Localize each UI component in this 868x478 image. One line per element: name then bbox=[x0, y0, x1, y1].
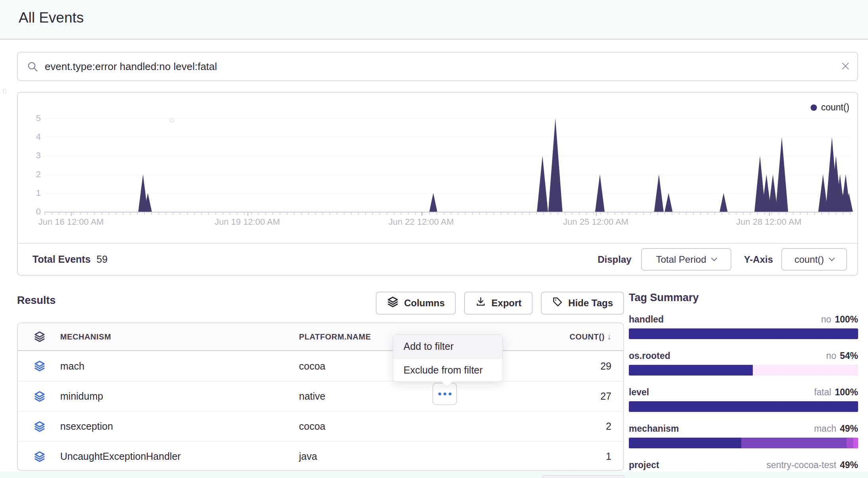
tag-summary-panel: Tag Summary handledno100%os.rootedno54%l… bbox=[629, 292, 858, 478]
x-axis-major-tick bbox=[421, 212, 422, 216]
chart-plot-area[interactable] bbox=[44, 96, 853, 212]
tag-distribution-bar[interactable] bbox=[629, 328, 858, 339]
x-axis-tick-label: Jun 25 12:00 AM bbox=[548, 217, 643, 227]
table-row: nsexceptioncocoa2 bbox=[18, 411, 623, 441]
layers-icon bbox=[387, 296, 399, 310]
tag-summary-heading: Tag Summary bbox=[629, 292, 858, 304]
total-events-label: Total Events bbox=[32, 254, 91, 265]
search-icon bbox=[27, 61, 38, 72]
chevron-down-icon bbox=[711, 255, 717, 262]
table-row: minidumpnative27 bbox=[18, 381, 623, 411]
ellipsis-icon bbox=[444, 393, 446, 395]
tag-distribution-bar[interactable] bbox=[629, 438, 858, 448]
tag-name: os.rooted bbox=[629, 351, 670, 361]
toolbar-button-hide-tags[interactable]: Hide Tags bbox=[541, 292, 624, 315]
tag-bar-segment bbox=[741, 438, 847, 448]
page-title: All Events bbox=[19, 9, 84, 26]
cell-platform[interactable]: cocoa bbox=[299, 421, 540, 432]
ellipsis-icon bbox=[438, 393, 441, 395]
x-axis-tick-label: Jun 22 12:00 AM bbox=[374, 217, 469, 227]
tag-bar-segment bbox=[847, 438, 853, 448]
tag-name: mechanism bbox=[629, 423, 679, 434]
tag-top-value: sentry-cocoa-test bbox=[767, 460, 836, 470]
y-axis-tick-label: 3 bbox=[18, 150, 41, 161]
tag-distribution-bar[interactable] bbox=[629, 401, 858, 412]
tag-top-value: mach bbox=[814, 423, 836, 434]
cell-platform[interactable]: native bbox=[299, 391, 540, 402]
cell-context-menu: Add to filterExclude from filter bbox=[393, 334, 503, 382]
cell-count[interactable]: 29 bbox=[540, 360, 623, 372]
chart-footer: Total Events 59 Display Total Period Y-A… bbox=[18, 243, 857, 275]
count-spike bbox=[654, 175, 664, 212]
y-axis-tick-label: 0 bbox=[18, 207, 41, 217]
layers-icon bbox=[18, 360, 60, 372]
count-spike bbox=[595, 175, 605, 212]
pagination-stub bbox=[542, 475, 624, 478]
y-axis-tick-label: 1 bbox=[18, 188, 41, 198]
tag-name: project bbox=[629, 460, 659, 470]
count-series bbox=[44, 96, 853, 212]
column-header-mechanism[interactable]: MECHANISM bbox=[60, 332, 299, 341]
tag-name: level bbox=[629, 387, 649, 398]
tag-entry-header: mechanismmach49% bbox=[629, 423, 858, 434]
results-toolbar: ColumnsExportHide Tags bbox=[17, 292, 624, 315]
layers-icon bbox=[18, 421, 60, 432]
cell-mechanism[interactable]: nsexception bbox=[60, 421, 299, 432]
column-header-count[interactable]: COUNT()↓ bbox=[540, 332, 623, 341]
yaxis-label: Y-Axis bbox=[744, 254, 773, 265]
search-input[interactable] bbox=[45, 61, 834, 73]
page-header: All Events bbox=[0, 0, 868, 40]
sort-arrow-down-icon: ↓ bbox=[607, 332, 611, 341]
tag-bar-segment bbox=[629, 365, 753, 376]
cell-platform[interactable]: java bbox=[299, 451, 540, 462]
table-row: machcocoa29 bbox=[18, 351, 623, 381]
x-axis-major-tick bbox=[596, 212, 597, 216]
toolbar-button-export[interactable]: Export bbox=[464, 292, 533, 315]
edge-artifact: 0 bbox=[2, 87, 7, 96]
close-icon bbox=[840, 61, 851, 72]
count-spike bbox=[429, 193, 437, 212]
cell-count[interactable]: 1 bbox=[540, 451, 623, 462]
tag-top-value: fatal bbox=[814, 387, 831, 398]
cell-count[interactable]: 27 bbox=[540, 391, 623, 402]
tag-percent: 100% bbox=[835, 387, 858, 398]
toolbar-button-label: Columns bbox=[404, 298, 445, 309]
display-label: Display bbox=[598, 254, 631, 265]
tag-entry-header: projectsentry-cocoa-test49% bbox=[629, 460, 858, 470]
ellipsis-icon bbox=[449, 393, 451, 395]
tag-percent: 54% bbox=[840, 351, 858, 361]
outlier-marker bbox=[170, 118, 174, 122]
table-row: UncaughtExceptionHandlerjava1 bbox=[18, 441, 623, 471]
cell-actions-button[interactable] bbox=[432, 383, 457, 405]
toolbar-button-label: Hide Tags bbox=[568, 298, 613, 309]
layers-icon bbox=[18, 391, 60, 402]
display-select-value: Total Period bbox=[656, 254, 706, 265]
tag-bar-segment bbox=[629, 438, 741, 448]
x-axis-major-tick bbox=[769, 212, 770, 216]
x-axis-major-tick bbox=[71, 212, 72, 216]
tag-entry-level: levelfatal100% bbox=[629, 387, 858, 412]
display-select[interactable]: Total Period bbox=[641, 248, 731, 271]
count-spike bbox=[548, 118, 563, 212]
tag-top-value: no bbox=[821, 314, 832, 325]
x-axis-major-tick bbox=[247, 212, 248, 216]
cell-count[interactable]: 2 bbox=[540, 421, 623, 432]
y-axis-tick-label: 4 bbox=[18, 132, 41, 142]
clear-search-button[interactable] bbox=[834, 53, 857, 80]
results-table: MECHANISMPLATFORM.NAMECOUNT()↓ machcocoa… bbox=[17, 322, 624, 471]
menu-item-add-to-filter[interactable]: Add to filter bbox=[393, 335, 503, 358]
yaxis-select[interactable]: count() bbox=[781, 248, 847, 271]
x-axis-tick-label: Jun 16 12:00 AM bbox=[23, 217, 118, 227]
layers-icon bbox=[18, 331, 60, 343]
cell-mechanism[interactable]: UncaughtExceptionHandler bbox=[60, 451, 299, 462]
cell-mechanism[interactable]: mach bbox=[60, 360, 299, 372]
count-spike bbox=[664, 193, 672, 212]
toolbar-button-columns[interactable]: Columns bbox=[376, 292, 456, 315]
y-axis-tick-label: 5 bbox=[18, 113, 41, 123]
cell-mechanism[interactable]: minidump bbox=[60, 391, 299, 402]
tag-entry-mechanism: mechanismmach49% bbox=[629, 423, 858, 448]
layers-icon bbox=[18, 451, 60, 463]
tag-distribution-bar[interactable] bbox=[629, 365, 858, 376]
table-body: machcocoa29minidumpnative27nsexceptionco… bbox=[18, 351, 623, 471]
events-chart-panel: count() 012345 Jun 16 12:00 AMJun 19 12:… bbox=[17, 92, 858, 276]
